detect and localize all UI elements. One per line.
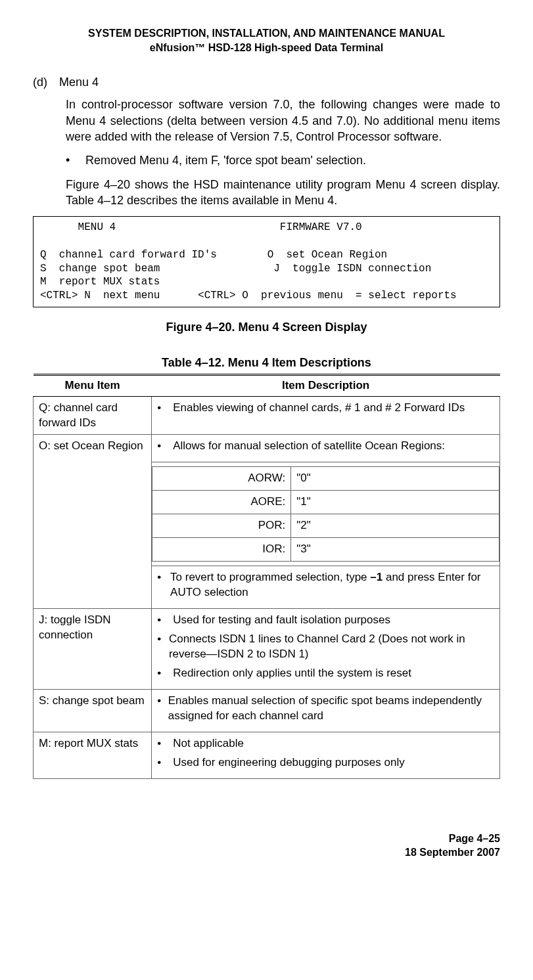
cell-region-table: AORW:"0" AORE:"1" POR:"2" IOR:"3" xyxy=(152,462,500,566)
page-footer: Page 4–25 18 September 2007 xyxy=(33,832,500,860)
cell-description: •To revert to programmed selection, type… xyxy=(152,566,500,609)
cell-menu-item: O: set Ocean Region xyxy=(34,435,152,609)
bullet-text: Removed Menu 4, item F, 'force spot beam… xyxy=(85,152,366,168)
cell-menu-item: S: change spot beam xyxy=(34,689,152,732)
figure-caption: Figure 4–20. Menu 4 Screen Display xyxy=(33,319,500,335)
cell-description: •Used for testing and fault isolation pu… xyxy=(152,609,500,690)
footer-date: 18 September 2007 xyxy=(33,845,500,860)
cell-description: •Not applicable •Used for engineering de… xyxy=(152,732,500,778)
section-heading: (d) Menu 4 xyxy=(33,74,500,90)
table-row: Q: channel card forward IDs •Enables vie… xyxy=(34,396,500,435)
header-line1: SYSTEM DESCRIPTION, INSTALLATION, AND MA… xyxy=(33,26,500,41)
table-row: O: set Ocean Region •Allows for manual s… xyxy=(34,435,500,462)
paragraph-2: Figure 4–20 shows the HSD maintenance ut… xyxy=(66,177,500,209)
bullet-icon: • xyxy=(66,152,85,168)
table-header-menu-item: Menu Item xyxy=(34,374,152,396)
cell-menu-item: J: toggle ISDN connection xyxy=(34,609,152,690)
table-caption: Table 4–12. Menu 4 Item Descriptions xyxy=(33,355,500,370)
section-tag: (d) xyxy=(33,74,59,90)
ocean-region-table: AORW:"0" AORE:"1" POR:"2" IOR:"3" xyxy=(152,466,499,562)
menu-screen-display: MENU 4 FIRMWARE V7.0 Q channel card forw… xyxy=(33,216,500,307)
table-row: S: change spot beam •Enables manual sele… xyxy=(34,689,500,732)
cell-description: •Enables manual selection of specific sp… xyxy=(152,689,500,732)
footer-page: Page 4–25 xyxy=(33,832,500,846)
cell-description: •Enables viewing of channel cards, # 1 a… xyxy=(152,396,500,435)
bullet-item-1: • Removed Menu 4, item F, 'force spot be… xyxy=(66,152,500,168)
section-title: Menu 4 xyxy=(59,74,99,90)
paragraph-1: In control-processor software version 7.… xyxy=(66,97,500,145)
table-header-description: Item Description xyxy=(152,374,500,396)
table-row: M: report MUX stats •Not applicable •Use… xyxy=(34,732,500,778)
menu-item-table: Menu Item Item Description Q: channel ca… xyxy=(33,374,500,779)
table-row: J: toggle ISDN connection •Used for test… xyxy=(34,609,500,690)
cell-menu-item: Q: channel card forward IDs xyxy=(34,396,152,435)
header-line2: eNfusion™ HSD-128 High-speed Data Termin… xyxy=(33,41,500,55)
cell-description: •Allows for manual selection of satellit… xyxy=(152,435,500,462)
cell-menu-item: M: report MUX stats xyxy=(34,732,152,778)
document-header: SYSTEM DESCRIPTION, INSTALLATION, AND MA… xyxy=(33,26,500,55)
